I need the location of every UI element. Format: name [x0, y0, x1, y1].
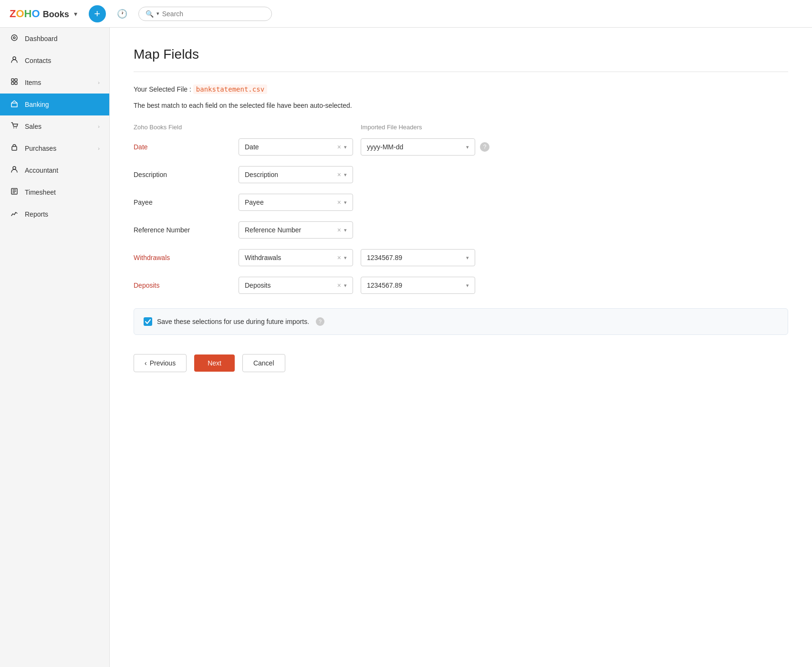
banking-icon — [10, 100, 19, 109]
svg-point-0 — [11, 35, 17, 41]
col-imported-label: Imported File Headers — [361, 124, 422, 131]
sidebar-item-accountant[interactable]: Accountant — [0, 159, 109, 181]
format-select-deposits[interactable]: 1234567.89 ▾ — [361, 277, 475, 294]
sidebar-item-sales[interactable]: Sales › — [0, 115, 109, 137]
chevron-right-icon: › — [98, 146, 100, 151]
sidebar-item-reports[interactable]: Reports — [0, 203, 109, 225]
select-clear-date[interactable]: × — [337, 143, 341, 151]
save-selections-box: Save these selections for use during fut… — [134, 308, 788, 335]
sidebar-item-label-timesheet: Timesheet — [25, 188, 56, 196]
format-value-withdrawals: 1234567.89 — [367, 254, 402, 261]
field-row-date: Date Date × ▾ yyyy-MM-dd ▾ ? — [134, 138, 788, 156]
logo-o: O — [16, 8, 24, 20]
svg-rect-6 — [15, 82, 17, 84]
add-button[interactable]: + — [89, 5, 106, 22]
sidebar-item-label-purchases: Purchases — [25, 145, 56, 152]
svg-rect-4 — [15, 79, 17, 81]
dropdown-arrow-deposits: ▾ — [344, 282, 347, 289]
field-select-payee[interactable]: Payee × ▾ — [239, 194, 353, 211]
field-row-reference_number: Reference Number Reference Number × ▾ — [134, 221, 788, 239]
select-right-payee: × ▾ — [337, 198, 347, 206]
action-buttons: ‹ Previous Next Cancel — [134, 354, 788, 372]
sales-icon — [10, 122, 19, 131]
field-value-date: Date — [245, 143, 259, 151]
format-dropdown-arrow-deposits: ▾ — [466, 282, 469, 289]
save-help-icon[interactable]: ? — [316, 317, 324, 326]
format-value-date: yyyy-MM-dd — [367, 143, 403, 151]
search-bar[interactable]: 🔍 ▾ — [138, 7, 272, 21]
contacts-icon — [10, 56, 19, 65]
field-label-reference_number: Reference Number — [134, 226, 239, 234]
svg-rect-5 — [11, 82, 14, 84]
field-value-reference_number: Reference Number — [245, 226, 301, 234]
main-layout: Dashboard Contacts Items › Banking Sales… — [0, 28, 812, 667]
file-info: Your Selected File : bankstatement.csv — [134, 85, 788, 93]
sidebar-item-purchases[interactable]: Purchases › — [0, 137, 109, 159]
dropdown-arrow-payee: ▾ — [344, 199, 347, 206]
field-row-payee: Payee Payee × ▾ — [134, 194, 788, 211]
svg-rect-3 — [11, 79, 14, 81]
field-select-wrap-date: Date × ▾ — [239, 138, 353, 156]
field-label-date: Date — [134, 143, 239, 151]
select-clear-deposits[interactable]: × — [337, 281, 341, 289]
format-select-withdrawals[interactable]: 1234567.89 ▾ — [361, 249, 475, 266]
main-content: Map Fields Your Selected File : bankstat… — [110, 28, 812, 667]
svg-point-1 — [13, 37, 15, 39]
save-checkbox[interactable] — [144, 317, 152, 326]
select-right-description: × ▾ — [337, 171, 347, 178]
logo-o2: O — [31, 8, 40, 20]
select-clear-reference_number[interactable]: × — [337, 226, 341, 234]
svg-point-2 — [13, 57, 16, 60]
logo-z: Z — [10, 8, 16, 20]
select-clear-withdrawals[interactable]: × — [337, 254, 341, 261]
field-value-payee: Payee — [245, 198, 264, 206]
chevron-down-icon: ▾ — [74, 10, 77, 18]
cancel-button[interactable]: Cancel — [242, 354, 285, 372]
field-select-description[interactable]: Description × ▾ — [239, 166, 353, 183]
chevron-right-icon: › — [98, 80, 100, 85]
field-row-withdrawals: Withdrawals Withdrawals × ▾ 1234567.89 ▾ — [134, 249, 788, 266]
file-info-prefix: Your Selected File : — [134, 85, 193, 93]
sidebar-item-label-accountant: Accountant — [25, 167, 58, 174]
sidebar-item-items[interactable]: Items › — [0, 72, 109, 94]
logo-books: Books — [43, 10, 69, 19]
field-select-date[interactable]: Date × ▾ — [239, 138, 353, 156]
sidebar-item-label-items: Items — [25, 79, 41, 86]
select-clear-payee[interactable]: × — [337, 198, 341, 206]
search-input[interactable] — [162, 10, 265, 18]
format-select-date[interactable]: yyyy-MM-dd ▾ — [361, 138, 475, 156]
chevron-right-icon: › — [98, 124, 100, 129]
sidebar-item-dashboard[interactable]: Dashboard — [0, 28, 109, 50]
field-value-withdrawals: Withdrawals — [245, 254, 281, 261]
sidebar-item-label-sales: Sales — [25, 123, 42, 130]
next-button[interactable]: Next — [194, 354, 235, 372]
chevron-left-icon: ‹ — [145, 359, 147, 367]
sidebar: Dashboard Contacts Items › Banking Sales… — [0, 28, 110, 667]
svg-rect-9 — [12, 146, 17, 150]
select-right-reference_number: × ▾ — [337, 226, 347, 234]
sidebar-item-label-dashboard: Dashboard — [25, 35, 58, 42]
field-select-deposits[interactable]: Deposits × ▾ — [239, 277, 353, 294]
select-clear-description[interactable]: × — [337, 171, 341, 178]
timesheet-icon — [10, 188, 19, 197]
file-name: bankstatement.csv — [193, 84, 267, 94]
dropdown-arrow-withdrawals: ▾ — [344, 255, 347, 261]
topbar: ZOHO Books ▾ + 🕐 🔍 ▾ — [0, 0, 812, 28]
help-icon-date[interactable]: ? — [480, 142, 489, 152]
field-label-deposits: Deposits — [134, 281, 239, 289]
previous-button[interactable]: ‹ Previous — [134, 354, 187, 372]
auto-select-message: The best match to each field on the sele… — [134, 102, 788, 109]
field-select-wrap-withdrawals: Withdrawals × ▾ — [239, 249, 353, 266]
logo[interactable]: ZOHO Books ▾ — [10, 8, 77, 20]
format-select-wrap-deposits: 1234567.89 ▾ — [361, 277, 475, 294]
field-row-description: Description Description × ▾ — [134, 166, 788, 183]
svg-point-7 — [13, 127, 14, 128]
history-button[interactable]: 🕐 — [114, 5, 131, 22]
sidebar-item-banking[interactable]: Banking — [0, 94, 109, 115]
divider — [134, 72, 788, 72]
sidebar-item-timesheet[interactable]: Timesheet — [0, 181, 109, 203]
field-select-withdrawals[interactable]: Withdrawals × ▾ — [239, 249, 353, 266]
field-select-reference_number[interactable]: Reference Number × ▾ — [239, 221, 353, 239]
sidebar-item-contacts[interactable]: Contacts — [0, 50, 109, 72]
page-title: Map Fields — [134, 47, 788, 62]
